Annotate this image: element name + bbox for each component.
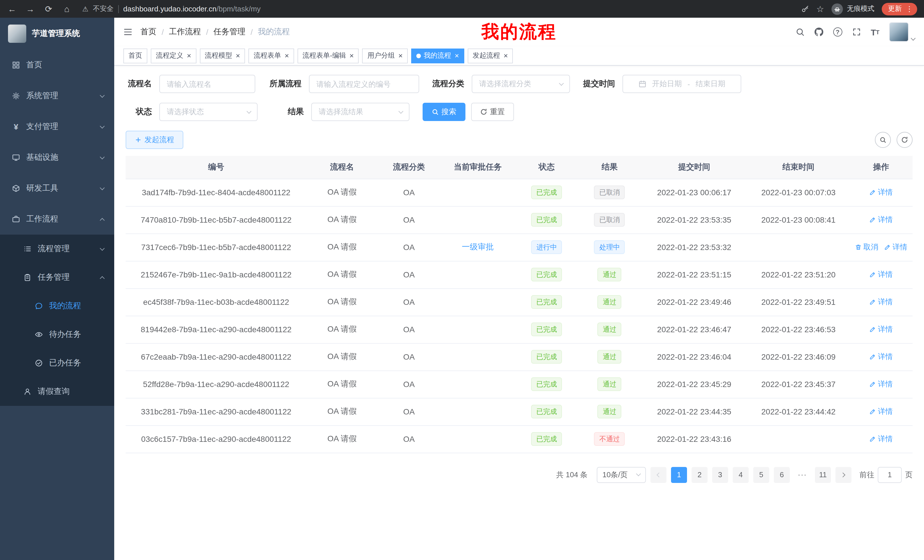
tab-close-icon[interactable] [187, 52, 191, 59]
not-secure-warning-icon [82, 4, 88, 13]
tab-close-icon[interactable] [350, 52, 354, 59]
sidebar-item-workflow[interactable]: 工作流程 [0, 204, 114, 235]
tab-close-icon[interactable] [284, 52, 289, 59]
chat-bubble-icon [34, 302, 44, 310]
sidebar-item-home[interactable]: 首页 [0, 49, 114, 81]
sidebar-item-process-mgmt[interactable]: 流程管理 [0, 235, 114, 263]
user-menu[interactable] [889, 22, 915, 42]
annotation-page-title: 我的流程 [482, 20, 557, 44]
menu-label: 我的流程 [49, 301, 81, 311]
cell-result: 已取消 [578, 206, 641, 234]
view-tab[interactable]: 发起流程 [467, 48, 513, 63]
detail-action[interactable]: 详情 [870, 215, 893, 225]
page-number-button[interactable]: 6 [774, 467, 790, 483]
browser-reload-icon[interactable] [44, 4, 54, 14]
view-tab[interactable]: 流程表单 [248, 48, 294, 63]
detail-action[interactable]: 详情 [870, 187, 893, 198]
browser-menu-icon[interactable] [906, 4, 913, 13]
search-icon[interactable] [795, 27, 804, 36]
result-select[interactable]: 请选择流结果 [311, 103, 410, 121]
process-def-input[interactable] [309, 75, 419, 93]
github-icon[interactable] [814, 27, 823, 36]
page-number-button[interactable]: 11 [815, 467, 831, 483]
app-logo-row[interactable]: 芋道管理系统 [0, 18, 114, 49]
help-icon[interactable] [833, 27, 842, 36]
detail-action[interactable]: 详情 [870, 324, 893, 334]
detail-action[interactable]: 详情 [870, 379, 893, 389]
briefcase-icon [11, 215, 21, 223]
avatar[interactable] [889, 22, 909, 42]
reset-button[interactable]: 重置 [471, 103, 514, 121]
page-number-button[interactable]: 4 [733, 467, 748, 483]
sidebar-item-todo-tasks[interactable]: 待办任务 [0, 320, 114, 349]
sidebar-item-done-tasks[interactable]: 已办任务 [0, 349, 114, 377]
detail-action[interactable]: 详情 [870, 270, 893, 280]
tab-close-icon[interactable] [236, 52, 240, 59]
breadcrumb-home[interactable]: 首页 [141, 27, 156, 37]
page-number-button[interactable]: 5 [753, 467, 769, 483]
breadcrumb-task-mgmt[interactable]: 任务管理 [214, 27, 246, 37]
sidebar-item-leave-query[interactable]: 请假查询 [0, 377, 114, 406]
cell-process-name: OA 请假 [307, 316, 378, 343]
detail-action[interactable]: 详情 [870, 434, 893, 444]
category-select[interactable]: 请选择流程分类 [472, 75, 570, 93]
breadcrumb-workflow[interactable]: 工作流程 [169, 27, 201, 37]
next-page-button[interactable] [836, 467, 852, 483]
tab-label: 流程表单 [254, 51, 281, 60]
refresh-table-button[interactable] [897, 132, 913, 148]
view-tab[interactable]: 流程定义 [151, 48, 196, 63]
view-tab[interactable]: 流程模型 [200, 48, 245, 63]
sidebar-item-task-mgmt[interactable]: 任务管理 [0, 263, 114, 292]
fullscreen-icon[interactable] [852, 27, 861, 36]
browser-back-icon[interactable] [7, 4, 17, 14]
sidebar-item-system[interactable]: 系统管理 [0, 81, 114, 111]
process-name-input[interactable] [159, 75, 255, 93]
browser-forward-icon[interactable] [25, 4, 35, 14]
detail-action[interactable]: 详情 [870, 406, 893, 417]
cell-status: 进行中 [515, 234, 578, 261]
goto-page-input[interactable] [878, 467, 902, 483]
page-number-button[interactable]: ··· [794, 467, 810, 483]
detail-action[interactable]: 详情 [870, 352, 893, 362]
current-task-link[interactable]: 一级审批 [462, 242, 494, 252]
show-search-button[interactable] [875, 132, 891, 148]
create-process-button[interactable]: 发起流程 [126, 131, 183, 149]
font-size-icon[interactable] [871, 27, 879, 37]
sidebar-item-infra[interactable]: 基础设施 [0, 142, 114, 173]
page-number-button[interactable]: 3 [712, 467, 728, 483]
tab-close-icon[interactable] [454, 52, 459, 59]
cell-current-task [440, 343, 515, 370]
status-select[interactable]: 请选择状态 [159, 103, 258, 121]
cancel-action[interactable]: 取消 [855, 242, 878, 252]
cell-result: 已取消 [578, 179, 641, 206]
tab-label: 流程定义 [156, 51, 183, 60]
sidebar-toggle-icon[interactable] [123, 27, 132, 36]
prev-page-button[interactable] [651, 467, 666, 483]
sidebar-item-devtools[interactable]: 研发工具 [0, 173, 114, 204]
page-size-select[interactable]: 10条/页 [597, 467, 646, 483]
cell-current-task [440, 206, 515, 234]
detail-action[interactable]: 详情 [870, 297, 893, 307]
detail-action[interactable]: 详情 [884, 242, 908, 252]
gear-icon [11, 92, 21, 100]
sidebar-item-my-process[interactable]: 我的流程 [0, 292, 114, 320]
search-button[interactable]: 搜索 [423, 103, 465, 121]
browser-home-icon[interactable] [62, 4, 72, 14]
view-tab[interactable]: 用户分组 [362, 48, 408, 63]
chevron-down-icon [636, 472, 641, 476]
view-tab[interactable]: 首页 [123, 48, 147, 63]
view-tab[interactable]: 我的流程 [411, 48, 464, 63]
address-bar[interactable]: 不安全 dashboard.yudao.iocoder.cn/bpm/task/… [82, 4, 793, 14]
chevron-down-icon [100, 185, 105, 190]
workflow-submenu: 流程管理 任务管理 我的流程 待办任务 [0, 235, 114, 406]
date-range-picker[interactable]: 开始日期 - 结束日期 [622, 75, 741, 93]
page-number-button[interactable]: 2 [692, 467, 708, 483]
bookmark-star-icon[interactable] [816, 4, 824, 14]
password-key-icon[interactable] [801, 5, 809, 13]
tab-close-icon[interactable] [398, 52, 403, 59]
browser-update-button[interactable]: 更新 [882, 3, 917, 15]
tab-close-icon[interactable] [503, 52, 508, 59]
view-tab[interactable]: 流程表单-编辑 [297, 48, 359, 63]
page-number-button[interactable]: 1 [671, 467, 687, 483]
sidebar-item-payment[interactable]: ¥ 支付管理 [0, 111, 114, 142]
